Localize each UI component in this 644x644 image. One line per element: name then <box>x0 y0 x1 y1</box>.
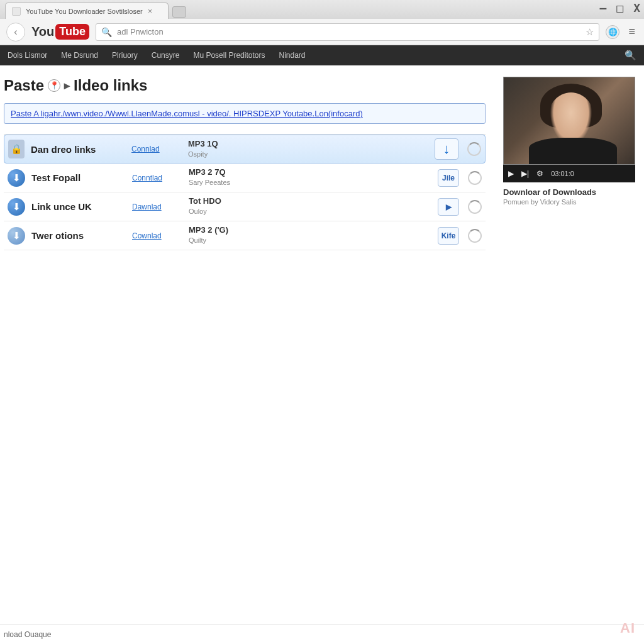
heading-prefix: Paste <box>4 77 44 94</box>
logo-you: You <box>31 25 54 39</box>
address-placeholder: adl Pnwicton <box>117 27 164 36</box>
browser-tab[interactable]: YouTube You Downloader Sovtilsloser × <box>5 3 169 19</box>
preview-column: ▶ ▶| ⚙ 03:01:0 Downloar of Downloads Pom… <box>503 77 635 250</box>
paste-url-input[interactable]: Paste A ligahr./wwn.video./Wwwl.LlaenMad… <box>4 103 486 124</box>
download-row-3[interactable]: ⬇ Twer otions Cownlad MP3 2 ('G)Quilty K… <box>4 221 486 250</box>
address-bar[interactable]: 🔍 adl Pnwicton ☆ <box>96 23 600 41</box>
download-row-2[interactable]: ⬇ Link unce UK Dawnlad Tot HDOOuloy ▶ <box>4 192 486 221</box>
download-circle-icon: ⬇ <box>8 227 25 245</box>
play-icon[interactable]: ▶ <box>508 169 514 178</box>
video-player-bar: ▶ ▶| ⚙ 03:01:0 <box>503 165 635 182</box>
new-tab-button[interactable] <box>172 6 186 18</box>
video-preview: ▶ ▶| ⚙ 03:01:0 Downloar of Downloads Pom… <box>503 77 635 206</box>
browser-menu-icon[interactable]: ≡ <box>626 25 638 38</box>
nav-item-3[interactable]: Cunsyre <box>152 51 180 60</box>
close-window-button[interactable]: X <box>633 1 640 14</box>
row-format: MP3 2 ('G)Quilty <box>189 225 431 245</box>
loading-spinner-icon <box>468 171 482 185</box>
settings-gear-icon[interactable]: ⚙ <box>536 169 543 178</box>
loading-spinner-icon <box>468 200 482 214</box>
loading-spinner-icon <box>467 142 481 156</box>
paste-url-text[interactable]: Paste A ligahr./wwn.video./Wwwl.LlaenMad… <box>11 109 363 118</box>
browser-titlebar: YouTube You Downloader Sovtilsloser × — … <box>0 0 644 19</box>
logo-tube: Tube <box>55 24 89 40</box>
back-button[interactable]: ‹ <box>6 23 25 42</box>
download-link[interactable]: Cownlad <box>132 231 182 240</box>
download-circle-icon: ⬇ <box>8 198 25 216</box>
maximize-button[interactable]: □ <box>616 1 623 14</box>
row-format: MP3 1QOspity <box>188 139 428 159</box>
download-row-1[interactable]: ⬇ Test Fopall Conntlad MP3 2 7QSary Peea… <box>4 164 486 192</box>
bookmark-star-icon[interactable]: ☆ <box>586 26 594 38</box>
download-link[interactable]: Dawnlad <box>132 203 182 211</box>
heading-suffix: Ildeo links <box>74 77 147 94</box>
page-heading: Paste 📍 ▸ Ildeo links <box>4 77 486 94</box>
arrow-right-icon: ▸ <box>64 79 70 92</box>
player-time: 03:01:0 <box>551 170 574 177</box>
row-title: Test Fopall <box>31 172 126 183</box>
play-button[interactable]: ▶ <box>438 198 459 216</box>
row-title: Dan dreo links <box>31 144 125 155</box>
preview-title[interactable]: Downloar of Downloads <box>503 187 635 197</box>
pin-icon: 📍 <box>48 79 60 92</box>
row-action-button[interactable]: Jile <box>438 169 459 187</box>
download-link[interactable]: Connlad <box>131 145 182 153</box>
thumb-body-shape <box>529 138 617 164</box>
extension-globe-icon[interactable]: 🌐 <box>606 25 619 39</box>
video-thumbnail[interactable] <box>503 77 635 165</box>
download-circle-icon: ⬇ <box>8 169 25 187</box>
youtube-logo[interactable]: YouTube <box>31 24 89 40</box>
nav-item-1[interactable]: Me Dsrund <box>61 51 98 60</box>
lock-icon: 🔒 <box>8 140 25 158</box>
nav-item-5[interactable]: Nindard <box>279 51 305 60</box>
row-format: Tot HDOOuloy <box>189 196 431 216</box>
row-action-button[interactable]: Kife <box>438 227 459 245</box>
page-content: Paste 📍 ▸ Ildeo links Paste A ligahr./ww… <box>0 65 644 250</box>
nav-item-2[interactable]: Plriuory <box>112 51 138 60</box>
download-list: 🔒 Dan dreo links Connlad MP3 1QOspity ↓ … <box>4 134 486 250</box>
tab-title: YouTube You Downloader Sovtilsloser <box>26 8 143 15</box>
nav-item-4[interactable]: Mu Posell Preditotors <box>193 51 265 60</box>
left-column: Paste 📍 ▸ Ildeo links Paste A ligahr./ww… <box>4 77 486 250</box>
site-navbar: Dols Lismor Me Dsrund Plriuory Cunsyre M… <box>0 45 644 65</box>
download-arrow-button[interactable]: ↓ <box>435 138 458 160</box>
window-controls: — □ X <box>599 1 640 14</box>
loading-spinner-icon <box>468 229 482 243</box>
next-icon[interactable]: ▶| <box>521 169 529 178</box>
download-link[interactable]: Conntlad <box>132 174 182 182</box>
footer-divider <box>0 625 644 625</box>
favicon-icon <box>12 7 21 16</box>
close-tab-icon[interactable]: × <box>148 6 153 16</box>
minimize-button[interactable]: — <box>599 1 606 14</box>
preview-subtitle: Pomuen by Vidory Salis <box>503 198 635 206</box>
row-title: Link unce UK <box>31 201 126 212</box>
nav-item-0[interactable]: Dols Lismor <box>8 51 47 60</box>
search-icon: 🔍 <box>101 27 112 37</box>
nav-search-icon[interactable]: 🔍 <box>625 50 636 61</box>
row-title: Twer otions <box>31 230 126 241</box>
download-row-0[interactable]: 🔒 Dan dreo links Connlad MP3 1QOspity ↓ <box>4 135 486 164</box>
browser-toolbar: ‹ YouTube 🔍 adl Pnwicton ☆ 🌐 ≡ <box>0 19 644 45</box>
row-format: MP3 2 7QSary Peeates <box>189 167 431 187</box>
watermark: AI <box>620 620 635 636</box>
footer-status: nload Ouaque <box>4 630 51 639</box>
